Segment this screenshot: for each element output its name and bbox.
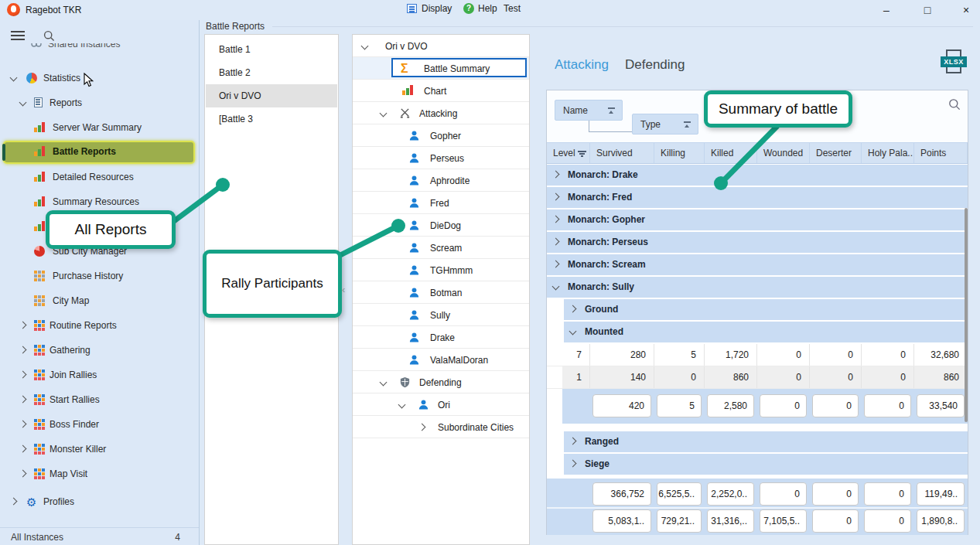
maximize-button[interactable]: □ <box>916 2 939 19</box>
tree-item-drake[interactable]: Drake <box>353 326 529 349</box>
group-row-monarch-gopher[interactable]: Monarch: Gopher <box>547 209 968 232</box>
menu-display[interactable]: Display <box>422 3 452 14</box>
column-header-level[interactable]: Level <box>547 143 590 163</box>
tree-item-tghmmm[interactable]: TGHmmm <box>353 259 529 281</box>
expand-chevron[interactable] <box>552 216 560 223</box>
group-row-monarch-sully[interactable]: Monarch: Sully <box>547 277 968 299</box>
sidebar-item-statistics[interactable]: Statistics <box>0 67 200 89</box>
group-row-monarch-fred[interactable]: Monarch: Fred <box>547 187 968 209</box>
sidebar-item-purchase-history[interactable]: Purchase History <box>0 265 200 287</box>
column-header-killing[interactable]: Killing <box>654 143 705 163</box>
tree-item-fred[interactable]: Fred <box>353 192 529 214</box>
sidebar-item-routine-reports[interactable]: Routine Reports <box>0 315 200 336</box>
column-header-killed[interactable]: Killed <box>705 143 757 163</box>
collapse-chevron[interactable] <box>380 379 388 387</box>
collapse-chevron[interactable] <box>552 283 560 291</box>
group-row-monarch-scream[interactable]: Monarch: Scream <box>547 254 968 277</box>
expand-chevron[interactable] <box>19 470 27 478</box>
sidebar-item-detailed-resources[interactable]: Detailed Resources <box>0 166 200 188</box>
battle-list-item-battle-2[interactable]: Battle 2 <box>206 61 337 84</box>
group-row-ranged[interactable]: Ranged <box>547 431 968 454</box>
expand-chevron[interactable] <box>19 371 27 379</box>
minimize-button[interactable]: – <box>875 2 898 19</box>
column-header-deserter[interactable]: Deserter <box>810 143 862 163</box>
filter-icon[interactable] <box>578 151 586 157</box>
tree-item-botman[interactable]: Botman <box>353 281 529 304</box>
export-xlsx-button[interactable]: XLSX <box>941 49 967 74</box>
tree-item-defending[interactable]: Defending <box>353 371 529 393</box>
tree-item-subordinate-cities[interactable]: Subordinate Cities <box>353 416 529 438</box>
sidebar-item-reports[interactable]: Reports <box>0 92 200 114</box>
expand-chevron[interactable] <box>569 460 577 468</box>
tree-item-ori[interactable]: Ori <box>353 393 529 416</box>
sidebar-item-profiles[interactable]: ⚙Profiles <box>0 491 200 513</box>
group-row-monarch-perseus[interactable]: Monarch: Perseus <box>547 232 968 254</box>
sidebar-item-city-map[interactable]: City Map <box>0 290 200 312</box>
group-row-monarch-drake[interactable]: Monarch: Drake <box>547 165 968 187</box>
sidebar-item-summary-resources[interactable]: Summary Resources <box>0 191 200 213</box>
group-chip-type[interactable]: Type <box>632 114 698 135</box>
sidebar-item-battle-reports[interactable]: Battle Reports <box>0 141 200 162</box>
expand-chevron[interactable] <box>19 346 27 354</box>
group-row-mounted[interactable]: Mounted <box>547 322 968 344</box>
tree-item-battle-summary[interactable]: ΣBattle Summary <box>353 57 529 80</box>
tree-item-sully[interactable]: Sully <box>353 304 529 326</box>
tab-attacking[interactable]: Attacking <box>555 57 609 73</box>
tree-item-chart[interactable]: Chart <box>353 80 529 102</box>
tab-defending[interactable]: Defending <box>625 57 685 73</box>
expand-chevron[interactable] <box>569 305 577 313</box>
splitter-collapse-icon[interactable]: ‹ <box>342 284 345 295</box>
expand-chevron[interactable] <box>552 261 560 268</box>
sidebar-item-join-rallies[interactable]: Join Rallies <box>0 364 200 386</box>
grid-search-icon[interactable] <box>948 98 961 113</box>
expand-chevron[interactable] <box>19 421 27 428</box>
sidebar-item-monster-killer[interactable]: Monster Killer <box>0 438 200 460</box>
tree-item-perseus[interactable]: Perseus <box>353 147 529 169</box>
expand-chevron[interactable] <box>19 322 27 329</box>
sidebar-item-server-war-summary[interactable]: Server War Summary <box>0 117 200 138</box>
data-row[interactable]: 11400860000860 <box>547 366 968 389</box>
column-header-holy-pala[interactable]: Holy Pala.. <box>862 143 914 163</box>
tree-item-diedog[interactable]: DieDog <box>353 214 529 237</box>
battle-list-item-battle-3[interactable]: [Battle 3 <box>206 107 337 131</box>
expand-chevron[interactable] <box>569 438 577 445</box>
menu-help[interactable]: Help <box>478 3 497 14</box>
column-header-points[interactable]: Points <box>914 143 968 163</box>
tree-item-scream[interactable]: Scream <box>353 237 529 259</box>
close-button[interactable]: × <box>954 2 978 19</box>
tree-item-aphrodite[interactable]: Aphrodite <box>353 169 529 192</box>
sidebar-search-icon[interactable] <box>43 30 55 44</box>
expand-chevron[interactable] <box>19 396 27 404</box>
menu-test[interactable]: Test <box>504 3 521 14</box>
expand-chevron[interactable] <box>19 445 27 453</box>
sidebar-item-start-rallies[interactable]: Start Rallies <box>0 389 200 410</box>
tree-item-attacking[interactable]: Attacking <box>353 102 529 124</box>
tree-item-ori-v-dvo[interactable]: Ori v DVO <box>353 35 529 57</box>
sidebar-item-boss-finder[interactable]: Boss Finder <box>0 414 200 435</box>
collapse-chevron[interactable] <box>569 328 577 336</box>
collapse-chevron[interactable] <box>380 110 388 118</box>
hamburger-menu-icon[interactable] <box>11 31 25 40</box>
collapse-chevron[interactable] <box>361 43 369 50</box>
collapse-chevron[interactable] <box>398 401 406 409</box>
expand-chevron[interactable] <box>10 498 18 506</box>
battle-list-item-ori-v-dvo[interactable]: Ori v DVO <box>206 84 337 107</box>
expand-chevron[interactable] <box>552 238 560 246</box>
sidebar-item-map-visit[interactable]: Map Visit <box>0 463 200 485</box>
expand-chevron[interactable] <box>418 424 426 431</box>
group-row-ground[interactable]: Ground <box>547 299 968 322</box>
tree-item-valamaldoran[interactable]: ValaMalDoran <box>353 349 529 371</box>
battle-list-item-battle-1[interactable]: Battle 1 <box>206 38 337 61</box>
data-row[interactable]: 728051,72000032,680 <box>547 344 968 366</box>
column-header-wounded[interactable]: Wounded <box>757 143 810 163</box>
expand-chevron[interactable] <box>552 171 560 179</box>
column-header-survived[interactable]: Survived <box>590 143 654 163</box>
tree-item-gopher[interactable]: Gopher <box>353 124 529 147</box>
sidebar-item-gathering[interactable]: Gathering <box>0 339 200 361</box>
vertical-scrollbar[interactable] <box>965 208 968 422</box>
collapse-chevron[interactable] <box>10 74 18 82</box>
collapse-chevron[interactable] <box>19 99 27 107</box>
group-row-siege[interactable]: Siege <box>547 454 968 476</box>
group-chip-name[interactable]: Name <box>555 100 623 121</box>
expand-chevron[interactable] <box>552 193 560 201</box>
